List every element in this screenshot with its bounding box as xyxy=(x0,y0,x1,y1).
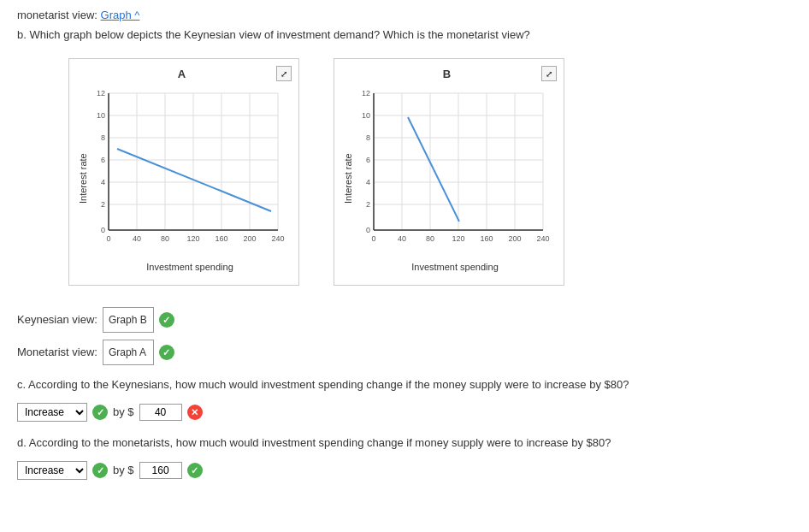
question-b-text: b. Which graph below depicts the Keynesi… xyxy=(17,28,792,41)
keynesian-view-row: Keynesian view: Graph B ✓ xyxy=(17,307,792,333)
svg-text:200: 200 xyxy=(243,234,256,243)
answer-c-check-icon: ✓ xyxy=(92,405,108,420)
graph-b-wrapper: B ⤢ Interest rate xyxy=(334,58,564,286)
svg-text:160: 160 xyxy=(215,234,227,243)
graph-a-area: Interest rate xyxy=(78,85,286,272)
monetarist-view-row: Monetarist view: Graph A ✓ xyxy=(17,340,792,365)
svg-text:120: 120 xyxy=(452,234,464,243)
svg-line-30 xyxy=(117,149,271,211)
svg-text:0: 0 xyxy=(101,226,105,234)
monetarist-view-check-icon: ✓ xyxy=(159,345,174,360)
svg-text:240: 240 xyxy=(536,234,549,243)
monetarist-view-answer: Graph A xyxy=(103,340,154,365)
keynesian-view-answer: Graph B xyxy=(103,307,154,333)
graphs-container: A ⤢ Interest rate xyxy=(68,58,792,286)
svg-text:240: 240 xyxy=(271,234,284,243)
svg-text:80: 80 xyxy=(161,234,169,243)
question-c-text: c. According to the Keynesians, how much… xyxy=(17,374,792,396)
top-reference: monetarist view: Graph ^ xyxy=(17,9,792,21)
monetarist-view-label: Monetarist view: xyxy=(17,341,97,364)
svg-text:8: 8 xyxy=(366,133,370,142)
svg-text:4: 4 xyxy=(366,178,370,186)
answer-d-value-input[interactable] xyxy=(139,462,182,479)
svg-text:2: 2 xyxy=(366,200,370,209)
svg-text:6: 6 xyxy=(366,156,370,164)
answer-c-x-icon: ✕ xyxy=(187,405,203,420)
svg-text:0: 0 xyxy=(366,226,370,234)
svg-text:120: 120 xyxy=(186,234,199,243)
svg-text:2: 2 xyxy=(101,200,105,209)
monetarist-ref-label: monetarist view: xyxy=(17,9,101,21)
answer-d-row: Increase Decrease ✓ by $ ✓ xyxy=(17,459,792,482)
svg-text:160: 160 xyxy=(480,234,493,243)
svg-line-61 xyxy=(408,117,459,222)
graph-a-x-label: Investment spending xyxy=(92,262,288,272)
graph-b-area: Interest rate xyxy=(343,85,551,272)
answer-c-row: Increase Decrease ✓ by $ ✕ xyxy=(17,401,792,423)
answer-c-by-label: by $ xyxy=(113,401,134,423)
answer-d-final-check-icon: ✓ xyxy=(187,463,203,478)
keynesian-view-label: Keynesian view: xyxy=(17,309,97,331)
svg-text:4: 4 xyxy=(101,178,105,186)
svg-text:10: 10 xyxy=(97,111,105,120)
svg-text:6: 6 xyxy=(101,156,105,164)
answer-c-direction-select[interactable]: Increase Decrease xyxy=(17,403,87,422)
svg-text:0: 0 xyxy=(106,234,110,243)
keynesian-view-check-icon: ✓ xyxy=(159,312,174,328)
graph-b-y-label: Interest rate xyxy=(343,85,353,272)
graph-b-x-label: Investment spending xyxy=(357,262,553,272)
answer-section: Keynesian view: Graph B ✓ Monetarist vie… xyxy=(17,307,792,482)
svg-text:0: 0 xyxy=(371,234,375,243)
svg-text:40: 40 xyxy=(133,234,141,243)
svg-text:12: 12 xyxy=(97,89,105,98)
answer-d-check-icon: ✓ xyxy=(92,463,108,478)
graph-a-y-label: Interest rate xyxy=(78,85,88,272)
graph-b-expand-button[interactable]: ⤢ xyxy=(541,66,557,81)
graph-a-wrapper: A ⤢ Interest rate xyxy=(68,58,299,286)
svg-text:10: 10 xyxy=(362,111,370,120)
svg-text:40: 40 xyxy=(398,234,406,243)
svg-text:8: 8 xyxy=(101,133,105,142)
graph-a-title: A xyxy=(78,68,286,80)
graph-b-chart: 0 40 80 120 160 200 240 0 2 4 6 8 10 12 xyxy=(357,85,553,272)
question-d-text: d. According to the monetarists, how muc… xyxy=(17,432,792,454)
svg-text:200: 200 xyxy=(508,234,521,243)
answer-d-direction-select[interactable]: Increase Decrease xyxy=(17,461,87,480)
graph-a-expand-button[interactable]: ⤢ xyxy=(276,66,292,81)
graph-b-title: B xyxy=(343,68,551,80)
answer-c-value-input[interactable] xyxy=(139,404,182,421)
svg-text:12: 12 xyxy=(362,89,370,98)
svg-text:80: 80 xyxy=(426,234,434,243)
graph-ref-link[interactable]: Graph ^ xyxy=(101,9,140,21)
answer-d-by-label: by $ xyxy=(113,459,134,482)
graph-a-chart: 0 40 80 120 160 200 240 0 2 4 6 8 10 12 xyxy=(92,85,288,272)
